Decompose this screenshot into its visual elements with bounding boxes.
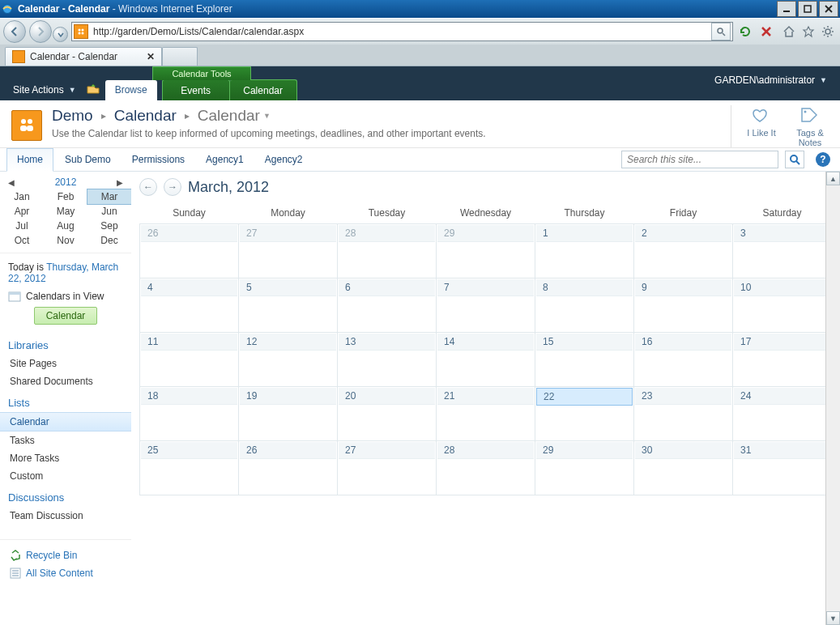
calendar-cell[interactable]: 17 (733, 333, 832, 387)
calendar-cell[interactable]: 5 (239, 278, 338, 333)
site-actions-menu[interactable]: Site Actions ▼ (6, 84, 83, 96)
calendar-cell[interactable]: 29 (437, 224, 535, 278)
next-year-button[interactable]: ▶ (117, 178, 123, 187)
quicklaunch-item[interactable]: Shared Documents (0, 372, 131, 390)
recycle-bin-link[interactable]: Recycle Bin (0, 546, 131, 564)
home-icon[interactable] (780, 23, 798, 40)
breadcrumb-site[interactable]: Demo (52, 107, 93, 125)
quicklaunch-heading-lists[interactable]: Lists (0, 390, 131, 412)
calendar-cell[interactable]: 4 (140, 278, 239, 333)
window-maximize-button[interactable] (798, 1, 817, 17)
calendar-cell[interactable]: 11 (140, 333, 239, 387)
calendar-cell[interactable]: 16 (634, 333, 733, 387)
ribbon-tab-browse[interactable]: Browse (105, 80, 157, 100)
stop-button[interactable] (757, 23, 775, 40)
month-cell[interactable]: Jul (0, 219, 44, 233)
calendar-overlay-button[interactable]: Calendar (34, 307, 98, 325)
calendar-cell[interactable]: 26 (140, 224, 239, 278)
breadcrumb-list[interactable]: Calendar (114, 107, 177, 125)
month-cell[interactable]: Jun (87, 204, 131, 219)
calendar-cell[interactable]: 3 (733, 224, 832, 278)
ribbon-tab-calendar[interactable]: Calendar (230, 79, 297, 100)
browser-tab[interactable]: Calendar - Calendar ✕ (5, 47, 162, 66)
quicklaunch-item[interactable]: Custom (0, 467, 131, 485)
quicklaunch-heading-libraries[interactable]: Libraries (0, 333, 131, 355)
calendar-cell[interactable]: 9 (634, 278, 733, 333)
calendar-cell[interactable]: 29 (535, 441, 634, 495)
navigate-up-button[interactable] (86, 82, 102, 98)
prev-month-button[interactable]: ← (139, 178, 157, 196)
quicklaunch-item[interactable]: More Tasks (0, 449, 131, 467)
calendar-cell[interactable]: 10 (733, 278, 832, 333)
window-minimize-button[interactable] (777, 1, 796, 17)
calendar-cell[interactable]: 27 (239, 224, 338, 278)
tab-close-icon[interactable]: ✕ (147, 51, 155, 62)
search-input[interactable] (622, 154, 778, 165)
calendar-cell[interactable]: 20 (338, 387, 437, 441)
nav-history-dropdown[interactable] (53, 27, 68, 42)
window-close-button[interactable] (819, 1, 838, 17)
scroll-up-button[interactable]: ▲ (826, 172, 840, 185)
calendar-cell[interactable]: 8 (535, 278, 634, 333)
month-cell[interactable]: Mar (87, 189, 131, 205)
month-cell[interactable]: Nov (44, 233, 87, 248)
calendar-cell[interactable]: 26 (239, 441, 338, 495)
calendar-cell[interactable]: 21 (437, 387, 535, 441)
user-menu[interactable]: GARDEN\administrator ▼ (714, 74, 827, 86)
topnav-link[interactable]: Agency2 (255, 149, 313, 171)
breadcrumb-view-dropdown[interactable]: Calendar ▼ (198, 107, 271, 125)
calendar-cell[interactable]: 23 (634, 387, 733, 441)
year-label[interactable]: 2012 (15, 176, 117, 188)
calendar-cell[interactable]: 31 (733, 441, 832, 495)
calendar-cell[interactable]: 6 (338, 278, 437, 333)
calendar-cell[interactable]: 25 (140, 441, 239, 495)
calendar-cell[interactable]: 1 (535, 224, 634, 278)
nav-forward-button[interactable] (29, 20, 52, 43)
month-cell[interactable]: May (44, 204, 87, 219)
calendar-cell[interactable]: 12 (239, 333, 338, 387)
month-cell[interactable]: Feb (44, 189, 87, 204)
topnav-link[interactable]: Permissions (122, 149, 194, 171)
month-cell[interactable]: Aug (44, 219, 87, 233)
ribbon-tab-events[interactable]: Events (162, 79, 230, 100)
all-site-content-link[interactable]: All Site Content (0, 564, 131, 582)
next-month-button[interactable]: → (164, 178, 181, 196)
favorites-icon[interactable] (799, 23, 817, 40)
site-logo-icon[interactable] (11, 110, 42, 141)
calendar-cell[interactable]: 24 (733, 387, 832, 441)
tools-icon[interactable] (819, 23, 837, 40)
help-button[interactable]: ? (816, 152, 830, 167)
search-button[interactable] (785, 151, 804, 168)
month-cell[interactable]: Apr (0, 204, 44, 219)
topnav-link[interactable]: Home (6, 148, 53, 172)
calendar-cell[interactable]: 7 (437, 278, 535, 333)
quicklaunch-item[interactable]: Calendar (0, 412, 131, 432)
vertical-scrollbar[interactable]: ▲ ▼ (825, 172, 840, 625)
month-cell[interactable]: Oct (0, 233, 44, 248)
url-input[interactable] (92, 25, 708, 38)
refresh-button[interactable] (736, 23, 754, 40)
month-cell[interactable]: Dec (87, 233, 131, 248)
prev-year-button[interactable]: ◀ (8, 178, 15, 187)
calendar-cell[interactable]: 27 (338, 441, 437, 495)
quicklaunch-heading-discussions[interactable]: Discussions (0, 485, 131, 507)
quicklaunch-item[interactable]: Team Discussion (0, 507, 131, 525)
nav-back-button[interactable] (3, 20, 26, 43)
search-dropdown-button[interactable] (711, 23, 731, 40)
calendar-cell[interactable]: 13 (338, 333, 437, 387)
quicklaunch-item[interactable]: Tasks (0, 432, 131, 449)
calendar-cell[interactable]: 22 (535, 387, 634, 441)
month-cell[interactable]: Jan (0, 189, 44, 204)
calendar-cell[interactable]: 19 (239, 387, 338, 441)
scroll-down-button[interactable]: ▼ (826, 611, 840, 625)
calendar-cell[interactable]: 30 (634, 441, 733, 495)
topnav-link[interactable]: Agency1 (196, 149, 254, 171)
quicklaunch-item[interactable]: Site Pages (0, 355, 131, 372)
calendar-cell[interactable]: 18 (140, 387, 239, 441)
calendar-cell[interactable]: 28 (437, 441, 535, 495)
month-cell[interactable]: Sep (87, 219, 131, 233)
calendar-cell[interactable]: 2 (634, 224, 733, 278)
calendar-cell[interactable]: 28 (338, 224, 437, 278)
calendar-cell[interactable]: 15 (535, 333, 634, 387)
new-tab-button[interactable] (162, 47, 198, 66)
